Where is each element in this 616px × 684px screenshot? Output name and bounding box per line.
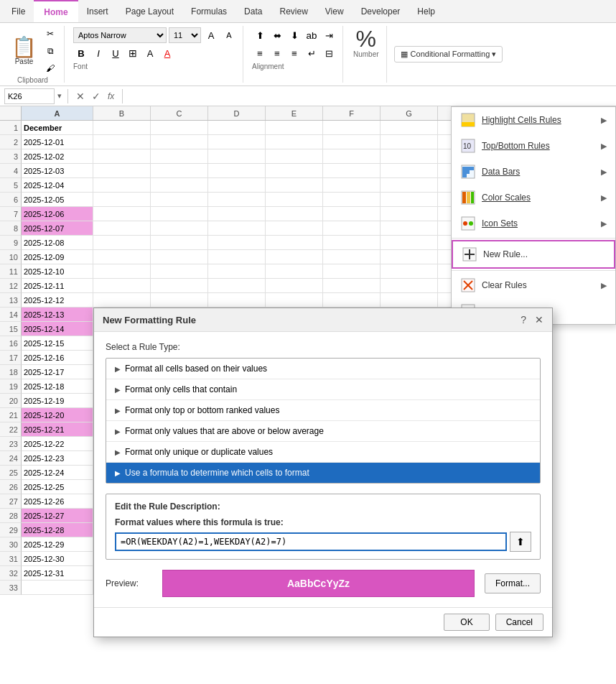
- list-item[interactable]: [151, 221, 208, 236]
- list-item[interactable]: 2025-12-21: [22, 422, 93, 437]
- tab-help[interactable]: Help: [409, 0, 444, 22]
- list-item[interactable]: 2025-12-15: [22, 336, 93, 351]
- list-item[interactable]: [208, 164, 266, 178]
- list-item[interactable]: [151, 279, 208, 293]
- col-header-d[interactable]: D: [208, 106, 266, 120]
- italic-btn[interactable]: I: [90, 45, 106, 61]
- cf-menu-item-clearrules[interactable]: Clear Rules ▶: [452, 272, 615, 298]
- list-item[interactable]: [93, 264, 151, 279]
- list-item[interactable]: [323, 279, 381, 293]
- col-header-f[interactable]: F: [323, 106, 381, 120]
- tab-file[interactable]: File: [3, 0, 34, 22]
- cf-menu-item-iconsets[interactable]: Icon Sets ▶: [452, 211, 615, 236]
- list-item[interactable]: [266, 207, 323, 221]
- list-item[interactable]: [381, 193, 438, 207]
- align-middle-btn[interactable]: ⬌: [269, 27, 285, 43]
- list-item[interactable]: [208, 293, 266, 308]
- cf-menu-item-newrule[interactable]: New Rule...: [452, 240, 615, 269]
- confirm-formula-icon[interactable]: ✓: [90, 91, 103, 102]
- list-item[interactable]: [266, 121, 323, 135]
- list-item[interactable]: [151, 293, 208, 308]
- list-item[interactable]: [381, 221, 438, 236]
- list-item[interactable]: 2025-12-04: [22, 178, 93, 193]
- border-btn[interactable]: ⊞: [125, 45, 141, 61]
- format-painter-btn[interactable]: 🖌: [42, 60, 58, 76]
- cf-menu-item-topbottom[interactable]: 10 Top/Bottom Rules ▶: [452, 133, 615, 159]
- list-item[interactable]: [323, 135, 381, 149]
- list-item[interactable]: 2025-12-06: [22, 207, 93, 221]
- increase-font-btn[interactable]: A: [203, 27, 219, 43]
- list-item[interactable]: [151, 236, 208, 250]
- list-item[interactable]: [208, 250, 266, 264]
- list-item[interactable]: [151, 193, 208, 207]
- list-item[interactable]: [93, 121, 151, 135]
- formula-input-field[interactable]: [115, 532, 507, 551]
- cell-ref-expand-icon[interactable]: ▾: [57, 91, 62, 101]
- list-item[interactable]: December: [22, 121, 93, 135]
- list-item[interactable]: [208, 207, 266, 221]
- list-item[interactable]: [323, 193, 381, 207]
- list-item[interactable]: 2025-12-28: [22, 523, 93, 537]
- list-item[interactable]: [323, 178, 381, 193]
- align-center-btn[interactable]: ≡: [269, 45, 285, 61]
- list-item[interactable]: [151, 121, 208, 135]
- list-item[interactable]: [151, 207, 208, 221]
- list-item[interactable]: [93, 293, 151, 308]
- list-item[interactable]: [93, 193, 151, 207]
- tab-view[interactable]: View: [317, 0, 353, 22]
- list-item[interactable]: [93, 207, 151, 221]
- list-item[interactable]: 2025-12-19: [22, 394, 93, 408]
- list-item[interactable]: [266, 250, 323, 264]
- tab-formulas[interactable]: Formulas: [182, 0, 235, 22]
- ok-btn[interactable]: OK: [444, 614, 489, 631]
- tab-pagelayout[interactable]: Page Layout: [117, 0, 182, 22]
- list-item[interactable]: 2025-12-01: [22, 135, 93, 149]
- list-item[interactable]: [266, 236, 323, 250]
- list-item[interactable]: [93, 279, 151, 293]
- rule-item-contain[interactable]: ▶ Format only cells that contain: [106, 379, 540, 400]
- align-left-btn[interactable]: ≡: [252, 45, 268, 61]
- list-item[interactable]: [323, 236, 381, 250]
- list-item[interactable]: 2025-12-13: [22, 308, 93, 322]
- wrap-btn[interactable]: ↵: [304, 45, 319, 61]
- list-item[interactable]: 2025-12-10: [22, 264, 93, 279]
- list-item[interactable]: [93, 164, 151, 178]
- list-item[interactable]: 2025-12-30: [22, 552, 93, 566]
- list-item[interactable]: [381, 264, 438, 279]
- list-item[interactable]: [381, 250, 438, 264]
- list-item[interactable]: 2025-12-03: [22, 164, 93, 178]
- align-right-btn[interactable]: ≡: [286, 45, 302, 61]
- list-item[interactable]: 2025-12-16: [22, 351, 93, 365]
- list-item[interactable]: [381, 164, 438, 178]
- list-item[interactable]: [381, 236, 438, 250]
- list-item[interactable]: 2025-12-14: [22, 322, 93, 336]
- cancel-formula-icon[interactable]: ✕: [74, 91, 87, 102]
- merge-btn[interactable]: ⊟: [321, 45, 337, 61]
- list-item[interactable]: [93, 149, 151, 164]
- list-item[interactable]: [323, 149, 381, 164]
- list-item[interactable]: [151, 250, 208, 264]
- decrease-font-btn[interactable]: A: [221, 27, 237, 43]
- list-item[interactable]: [266, 193, 323, 207]
- list-item[interactable]: 2025-12-26: [22, 494, 93, 509]
- list-item[interactable]: [208, 193, 266, 207]
- list-item[interactable]: [22, 581, 93, 595]
- list-item[interactable]: [323, 293, 381, 308]
- list-item[interactable]: 2025-12-11: [22, 279, 93, 293]
- list-item[interactable]: [151, 164, 208, 178]
- list-item[interactable]: [381, 279, 438, 293]
- list-item[interactable]: [266, 221, 323, 236]
- list-item[interactable]: [266, 135, 323, 149]
- list-item[interactable]: [151, 149, 208, 164]
- list-item[interactable]: [93, 250, 151, 264]
- indent-btn[interactable]: ⇥: [321, 27, 337, 43]
- list-item[interactable]: [151, 135, 208, 149]
- paste-btn[interactable]: 📋 Paste: [7, 34, 41, 68]
- list-item[interactable]: [93, 178, 151, 193]
- tab-data[interactable]: Data: [235, 0, 271, 22]
- tab-insert[interactable]: Insert: [78, 0, 117, 22]
- list-item[interactable]: 2025-12-22: [22, 437, 93, 451]
- list-item[interactable]: [208, 178, 266, 193]
- tab-developer[interactable]: Developer: [353, 0, 409, 22]
- list-item[interactable]: 2025-12-12: [22, 293, 93, 308]
